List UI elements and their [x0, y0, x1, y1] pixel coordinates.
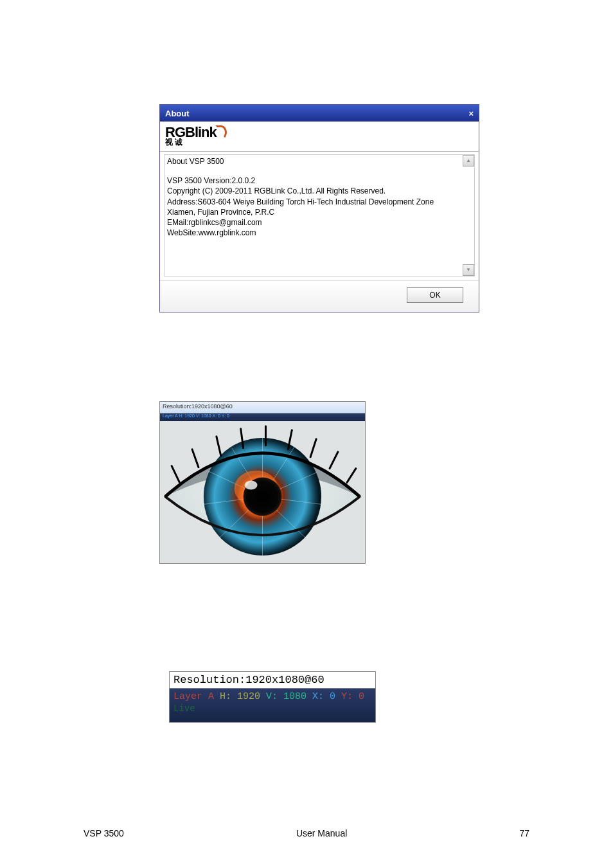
ok-button[interactable]: OK — [407, 287, 463, 303]
about-text-area: ▲ About VSP 3500 VSP 3500 Version:2.0.0.… — [164, 154, 475, 276]
about-title-text: About — [165, 109, 190, 118]
about-dialog: About × RGBlink 视 诚 ▲ About VSP 3500 VSP… — [159, 104, 479, 312]
footer-title: User Manual — [296, 828, 347, 838]
about-body: ▲ About VSP 3500 VSP 3500 Version:2.0.0.… — [160, 152, 479, 280]
about-line: Xiamen, Fujian Province, P.R.C — [167, 207, 472, 217]
about-line: EMail:rgblinkcs@gmail.com — [167, 217, 472, 228]
v-value: V: 1080 — [266, 691, 312, 702]
status-line: Live — [173, 703, 371, 715]
about-heading: About VSP 3500 — [167, 156, 472, 167]
preview-info-strip: Layer A H: 1920 V: 1080 X: 0 Y: 0 — [160, 413, 365, 421]
footer-product: VSP 3500 — [84, 828, 124, 838]
footer-page-number: 77 — [519, 828, 529, 838]
blank-line — [167, 167, 472, 176]
logo-subtext: 视 诚 — [165, 138, 227, 146]
preview-titlebar: Resolution:1920x1080@60 — [160, 402, 365, 413]
preview-canvas — [160, 421, 365, 563]
rgblink-logo: RGBlink 视 诚 — [165, 125, 227, 146]
about-footer: OK — [160, 280, 479, 312]
about-line: Address:S603-604 Weiye Building Torch Hi… — [167, 197, 472, 207]
x-value: X: 0 — [312, 691, 341, 702]
about-logo-row: RGBlink 视 诚 — [160, 122, 479, 152]
y-value: Y: 0 — [341, 691, 364, 702]
resolution-text: Resolution:1920x1080@60 — [170, 672, 375, 689]
scroll-up-button[interactable]: ▲ — [463, 155, 474, 167]
about-titlebar: About × — [160, 105, 479, 122]
about-line: VSP 3500 Version:2.0.0.2 — [167, 176, 472, 186]
about-line: Copyright (C) 2009-2011 RGBLink Co.,Ltd.… — [167, 186, 472, 196]
document-page: About × RGBlink 视 诚 ▲ About VSP 3500 VSP… — [0, 0, 613, 868]
preview-window: Resolution:1920x1080@60 Layer A H: 1920 … — [159, 401, 366, 564]
layer-info: Layer A H: 1920 V: 1080 X: 0 Y: 0 Live — [170, 689, 375, 722]
close-icon[interactable]: × — [468, 109, 474, 118]
page-footer: VSP 3500 User Manual 77 — [0, 828, 613, 838]
about-line: WebSite:www.rgblink.com — [167, 228, 472, 238]
scroll-down-button[interactable]: ▼ — [463, 264, 474, 276]
h-value: H: 1920 — [220, 691, 266, 702]
eye-image — [160, 421, 365, 563]
layer-prefix: Layer A — [173, 691, 220, 702]
svg-point-14 — [245, 481, 258, 490]
resolution-detail: Resolution:1920x1080@60 Layer A H: 1920 … — [169, 671, 376, 723]
logo-curve-icon — [215, 125, 227, 140]
